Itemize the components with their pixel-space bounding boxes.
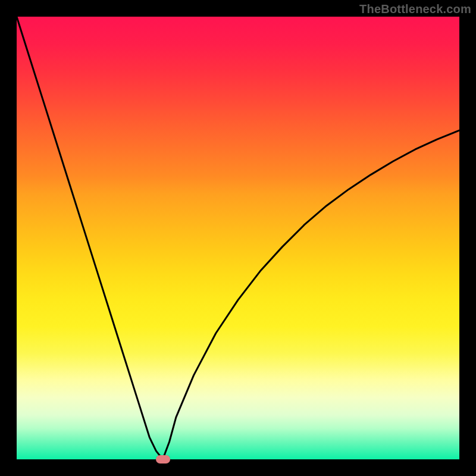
curve-svg	[17, 17, 459, 459]
optimal-point-marker	[156, 455, 170, 464]
watermark-text: TheBottleneck.com	[359, 2, 471, 16]
plot-area	[17, 17, 459, 459]
chart-frame: TheBottleneck.com	[0, 0, 476, 476]
bottleneck-curve	[17, 17, 459, 459]
